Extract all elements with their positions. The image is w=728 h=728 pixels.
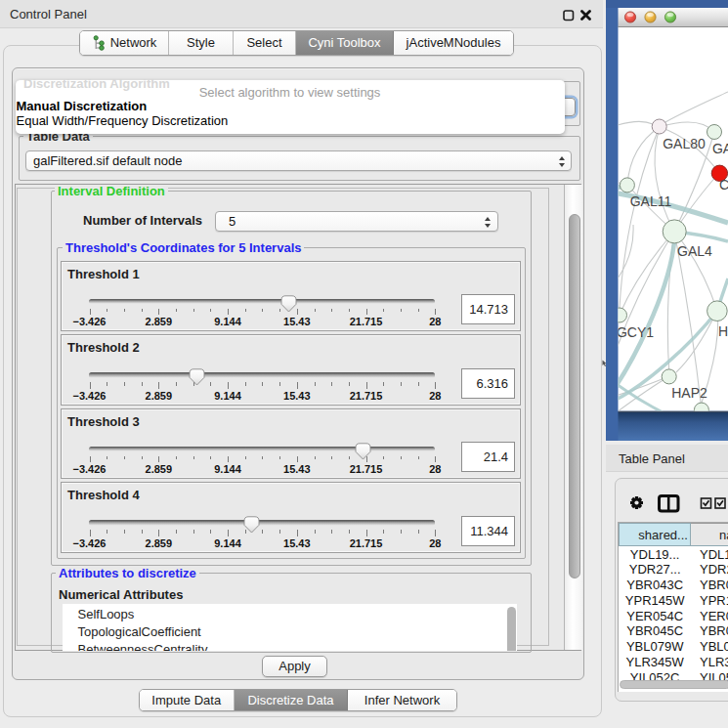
svg-text:GAL4: GAL4 <box>677 243 712 259</box>
svg-text:GA: GA <box>712 141 728 156</box>
svg-text:GAL80: GAL80 <box>663 136 706 151</box>
svg-text:H: H <box>718 323 728 339</box>
svg-text:HAP2: HAP2 <box>671 385 707 401</box>
svg-text:C: C <box>719 177 728 193</box>
svg-text:GCY1: GCY1 <box>617 324 654 340</box>
svg-text:GAL11: GAL11 <box>630 193 672 209</box>
